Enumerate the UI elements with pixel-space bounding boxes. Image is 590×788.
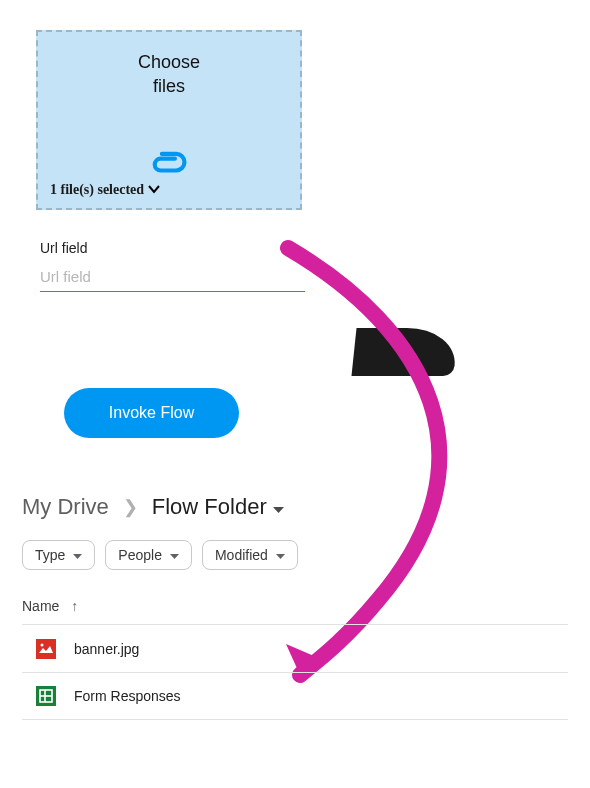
attachment-icon	[150, 146, 188, 176]
dropzone-label-line1: Choose	[138, 52, 200, 72]
filter-modified[interactable]: Modified	[202, 540, 298, 570]
url-field-group: Url field	[40, 240, 305, 292]
caret-down-icon	[170, 547, 179, 563]
file-name: banner.jpg	[74, 641, 139, 657]
dropzone-label: Choose files	[138, 50, 200, 99]
invoke-flow-button[interactable]: Invoke Flow	[64, 388, 239, 438]
filter-row: Type People Modified	[22, 540, 568, 570]
svg-point-1	[41, 643, 44, 646]
breadcrumb-current-label: Flow Folder	[152, 494, 267, 520]
dropzone-bottom: 1 file(s) selected	[38, 146, 300, 198]
filter-people-label: People	[118, 547, 162, 563]
svg-rect-0	[36, 639, 56, 659]
file-name: Form Responses	[74, 688, 181, 704]
file-dropzone[interactable]: Choose files 1 file(s) selected	[36, 30, 302, 210]
breadcrumb-current[interactable]: Flow Folder	[152, 494, 284, 520]
files-selected-text: 1 file(s) selected	[50, 182, 144, 198]
filter-type-label: Type	[35, 547, 65, 563]
file-row[interactable]: banner.jpg	[22, 624, 568, 672]
url-field-label: Url field	[40, 240, 305, 256]
sort-ascending-icon: ↑	[71, 598, 78, 614]
filter-people[interactable]: People	[105, 540, 192, 570]
caret-down-icon	[273, 494, 284, 520]
column-name-label: Name	[22, 598, 59, 614]
files-selected-label[interactable]: 1 file(s) selected	[38, 182, 160, 198]
url-input[interactable]	[40, 264, 305, 292]
breadcrumb-root[interactable]: My Drive	[22, 494, 109, 520]
filter-modified-label: Modified	[215, 547, 268, 563]
chevron-down-icon	[148, 182, 160, 198]
filter-type[interactable]: Type	[22, 540, 95, 570]
image-file-icon	[36, 639, 56, 659]
annotation-shadow	[351, 328, 458, 376]
caret-down-icon	[73, 547, 82, 563]
file-row[interactable]: Form Responses	[22, 672, 568, 720]
dropzone-label-line2: files	[153, 76, 185, 96]
column-header-name[interactable]: Name ↑	[22, 598, 568, 614]
caret-down-icon	[276, 547, 285, 563]
sheet-file-icon	[36, 686, 56, 706]
drive-panel: My Drive ❯ Flow Folder Type People Modif…	[0, 494, 590, 720]
breadcrumb: My Drive ❯ Flow Folder	[22, 494, 568, 520]
chevron-right-icon: ❯	[123, 496, 138, 518]
